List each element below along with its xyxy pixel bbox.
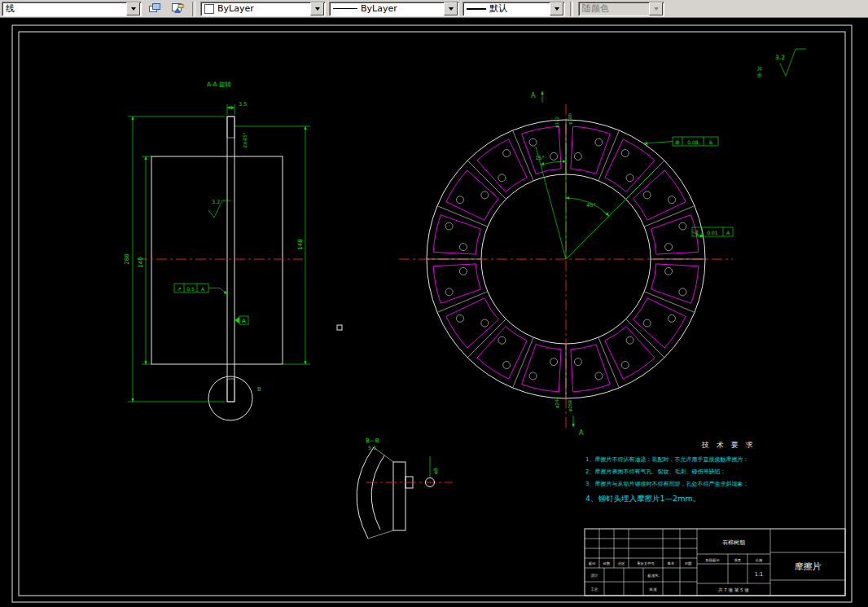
plotstyle-combo-arrow-icon <box>649 2 663 15</box>
roughness-note-char: 余 <box>756 72 762 78</box>
angle-small-label: 15° <box>535 155 545 161</box>
rivet-hole <box>626 336 633 344</box>
rivet-hole <box>459 244 467 251</box>
signature-row-label: 批准 <box>649 587 658 592</box>
chevron-down-icon <box>555 7 559 11</box>
rivet-hole <box>679 288 686 296</box>
object-properties-toolbar: 线 ByLayer ByLayer 默认 随颜色 <box>0 0 868 18</box>
rivet-hole <box>665 267 673 275</box>
dia-label: φ186 <box>568 112 573 125</box>
rivet-hole <box>574 152 581 160</box>
detail-callout-letter: B <box>257 386 261 393</box>
section-hatch-top <box>227 117 235 138</box>
section-letter-bottom: A <box>579 429 584 437</box>
drawing-canvas[interactable]: A-A 旋转 B 280 140 148 3.5 2×45° 3.2 <box>0 0 868 607</box>
tolerance-leader <box>644 142 673 144</box>
tech-requirement-item: 3、摩擦片与从动片铆接时不得有间隙，孔处不得产生歪斜现象； <box>585 480 748 487</box>
color-combo-arrow-icon[interactable] <box>310 2 324 15</box>
dim-outer-diameter: 280 <box>124 253 130 264</box>
section-hatch-bottom <box>227 379 235 402</box>
color-combo[interactable]: ByLayer <box>200 2 326 16</box>
toolbar-separator <box>570 2 573 16</box>
dim-inner-diameter: 140 <box>138 257 144 267</box>
rivet-hole <box>550 358 558 366</box>
tolerance-symbol: ↗ <box>177 286 182 293</box>
detail-edge-line <box>368 530 393 539</box>
dia-label: φ268 <box>568 399 573 411</box>
color-swatch-icon <box>204 4 214 14</box>
layers-icon <box>148 2 162 15</box>
plotstyle-combo: 随颜色 <box>578 2 664 16</box>
segment-groove-line <box>626 319 664 358</box>
rivet-hole <box>498 336 506 344</box>
scale-label: 比例 <box>756 558 762 563</box>
detail-hatched-section <box>393 462 406 530</box>
rivet-hole <box>643 191 651 199</box>
rivet-hole <box>621 150 629 157</box>
header-cell: 处数 <box>603 561 611 565</box>
datum-letter: A <box>242 318 246 324</box>
material: 石棉树脂 <box>722 539 745 546</box>
corner-roughness-note: 3.2 其 余 <box>756 49 806 78</box>
header-cell: 日期 <box>685 561 692 565</box>
lineweight-combo-arrow-icon[interactable] <box>550 2 563 15</box>
rivet-hole <box>445 222 453 230</box>
rivet-hole <box>481 191 489 199</box>
segment-groove-line <box>467 161 506 199</box>
datum-triangle-icon <box>235 317 239 323</box>
color-combo-value: ByLayer <box>217 3 307 14</box>
angle-ref-line <box>536 147 566 259</box>
angle-large-label: 45° <box>586 202 596 209</box>
signature-row-label: 设计 <box>591 573 599 578</box>
tolerance-symbol: ⊕ <box>675 139 680 146</box>
tolerance-value: 0.5 <box>186 286 195 292</box>
rivet-hole <box>669 196 676 204</box>
lineweight-combo-value: 默认 <box>489 2 546 15</box>
rivet-hole <box>621 362 629 369</box>
layer-previous-button[interactable] <box>168 1 187 17</box>
sheet-info: 共 7 张 第 5 张 <box>717 587 749 593</box>
tech-requirement-item: 2、摩擦片表面不得有气孔、裂纹、毛刺、碰伤等缺陷； <box>585 468 726 475</box>
plotstyle-combo-value: 随颜色 <box>582 2 646 15</box>
linetype-combo[interactable]: ByLayer <box>329 2 459 16</box>
layer-combo-arrow-icon[interactable] <box>126 2 140 15</box>
layer-combo-value: 线 <box>6 2 123 15</box>
rivet-hole <box>445 288 453 296</box>
tech-requirement-item: 1、摩擦片不得沾有油迹；装配时，不允许用手直接接触摩擦片； <box>585 455 748 463</box>
technical-requirements: 技 术 要 求 1、摩擦片不得沾有油迹；装配时，不允许用手直接接触摩擦片； 2、… <box>585 441 756 503</box>
roughness-value: 3.2 <box>212 199 220 205</box>
front-ring-view: 15° 45° A A φ172 φ186 φ244 φ268 ⊕ 0.08 B… <box>399 91 733 437</box>
sheet-frame <box>12 25 852 602</box>
detail-view-b-b: B—B 5:1 φ8 <box>357 438 453 539</box>
layer-previous-icon <box>171 2 185 15</box>
mass-label: 质量 <box>734 558 741 562</box>
make-layer-current-button[interactable] <box>145 1 164 17</box>
linetype-combo-arrow-icon[interactable] <box>444 2 458 15</box>
dia-label: φ172 <box>555 117 560 128</box>
rivet-hole <box>574 358 581 366</box>
tech-requirements-title: 技 术 要 求 <box>701 441 756 449</box>
chevron-down-icon <box>449 7 454 11</box>
tolerance-value: 0.08 <box>687 139 699 145</box>
hole-dia-label: φ8 <box>432 468 439 474</box>
linetype-combo-value: ByLayer <box>361 3 441 14</box>
rivet-hole <box>457 196 464 204</box>
rivet-hole <box>481 319 489 327</box>
section-view-title: A-A 旋转 <box>207 81 232 88</box>
rivet-hole <box>529 139 537 146</box>
rivet-hole <box>679 222 686 230</box>
layer-combo[interactable]: 线 <box>2 2 142 16</box>
rivet-hole <box>529 372 537 380</box>
lineweight-combo[interactable]: 默认 <box>462 2 565 16</box>
tolerance-datum-ref: A <box>726 230 730 235</box>
detail-arc-inner <box>371 455 384 530</box>
chamfer-note: 2×45° <box>242 132 248 147</box>
rivet-hole <box>459 267 467 275</box>
stage-label: 阶段标记 <box>706 558 721 563</box>
blip-marker <box>337 325 342 330</box>
part-name: 摩擦片 <box>795 561 822 572</box>
linetype-sample-icon <box>333 8 357 9</box>
detail-view-scale: 5:1 <box>368 445 376 451</box>
rivet-hole <box>503 362 511 369</box>
chevron-down-icon <box>654 7 659 11</box>
